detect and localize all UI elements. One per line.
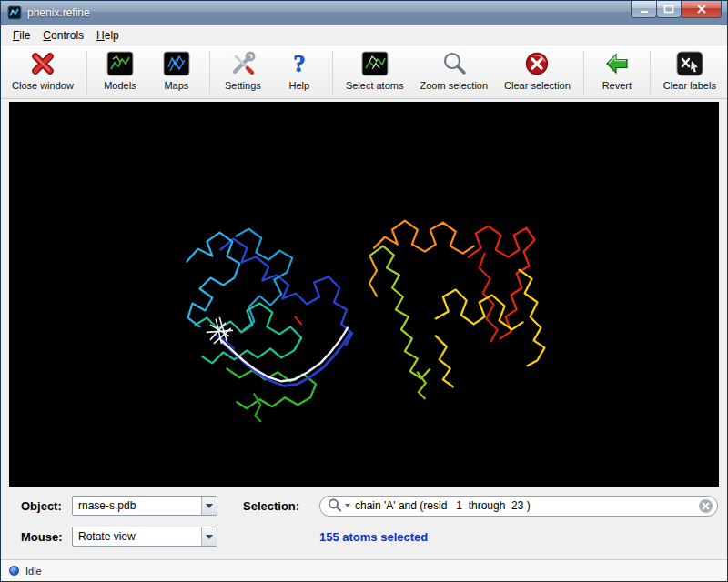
maximize-button[interactable] xyxy=(656,1,682,18)
molecule-viewport[interactable] xyxy=(9,102,719,487)
mouse-label: Mouse: xyxy=(21,530,72,544)
status-led-icon xyxy=(9,566,19,576)
toolbar-clear-labels[interactable]: Clear labels xyxy=(660,49,720,91)
toolbar-separator xyxy=(583,51,584,95)
chevron-down-icon xyxy=(201,497,217,515)
toolbar-close-window[interactable]: Close window xyxy=(8,49,77,91)
selection-search-field[interactable] xyxy=(319,496,718,517)
chevron-down-icon xyxy=(201,527,217,546)
toolbar-separator xyxy=(86,51,87,95)
minimize-button[interactable] xyxy=(631,1,657,18)
svg-text:?: ? xyxy=(293,50,306,77)
toolbar-label: Close window xyxy=(12,80,74,91)
menu-file[interactable]: File xyxy=(6,26,36,45)
settings-icon xyxy=(228,49,258,78)
menubar: File Controls Help xyxy=(1,25,727,45)
toolbar-label: Models xyxy=(104,80,136,91)
atoms-selected-status: 155 atoms selected xyxy=(319,530,718,544)
toolbar-label: Maps xyxy=(164,80,188,91)
models-icon xyxy=(106,49,135,78)
mouse-dropdown[interactable]: Rotate view xyxy=(72,527,217,547)
toolbar-maps[interactable]: Maps xyxy=(153,49,200,91)
help-icon: ? xyxy=(285,49,314,78)
toolbar-separator xyxy=(332,51,333,95)
toolbar-label: Help xyxy=(289,80,310,91)
molecule-rendering xyxy=(9,102,719,487)
toolbar-settings[interactable]: Settings xyxy=(219,49,267,91)
toolbar-zoom-selection[interactable]: Zoom selection xyxy=(416,49,491,91)
toolbar-separator xyxy=(650,51,651,95)
toolbar-clear-selection[interactable]: Clear selection xyxy=(500,49,574,91)
toolbar-select-atoms[interactable]: Select atoms xyxy=(342,49,408,91)
menu-help[interactable]: Help xyxy=(90,26,126,45)
toolbar-help[interactable]: ? Help xyxy=(276,49,323,91)
object-label: Object: xyxy=(21,499,72,513)
clear-selection-icon xyxy=(522,49,551,78)
app-icon xyxy=(7,5,22,20)
toolbar-revert[interactable]: Revert xyxy=(593,49,641,91)
close-button[interactable] xyxy=(681,1,722,18)
toolbar-label: Clear selection xyxy=(504,80,571,91)
mouse-dropdown-value: Rotate view xyxy=(73,530,201,543)
app-window: phenix.refine File Controls Help xyxy=(0,0,728,582)
status-bar: Idle xyxy=(1,559,727,581)
toolbar-separator xyxy=(209,51,210,95)
selection-input[interactable] xyxy=(351,499,699,512)
clear-labels-icon xyxy=(675,49,704,78)
select-atoms-icon xyxy=(360,49,389,78)
object-dropdown-value: rnase-s.pdb xyxy=(73,499,201,512)
toolbar-label: Settings xyxy=(225,80,261,91)
search-icon xyxy=(327,497,343,514)
zoom-selection-icon xyxy=(440,49,469,78)
toolbar-label: Revert xyxy=(602,80,632,91)
toolbar-label: Zoom selection xyxy=(420,80,488,91)
controls-panel: Object: rnase-s.pdb Selection: Mouse: xyxy=(1,487,727,559)
toolbar-models[interactable]: Models xyxy=(96,49,144,91)
toolbar-label: Select atoms xyxy=(346,80,404,91)
toolbar-label: Clear labels xyxy=(663,80,716,91)
titlebar: phenix.refine xyxy=(1,1,727,25)
toolbar: Close window Models xyxy=(1,45,727,99)
status-text: Idle xyxy=(25,566,42,577)
revert-icon xyxy=(602,49,632,78)
object-dropdown[interactable]: rnase-s.pdb xyxy=(72,496,217,516)
clear-search-icon[interactable] xyxy=(699,499,713,513)
window-title: phenix.refine xyxy=(27,6,90,19)
search-options-chevron-icon[interactable] xyxy=(344,502,351,509)
maps-icon xyxy=(162,49,191,78)
close-window-icon xyxy=(28,49,57,78)
menu-controls[interactable]: Controls xyxy=(36,26,90,45)
selection-label: Selection: xyxy=(243,499,319,513)
